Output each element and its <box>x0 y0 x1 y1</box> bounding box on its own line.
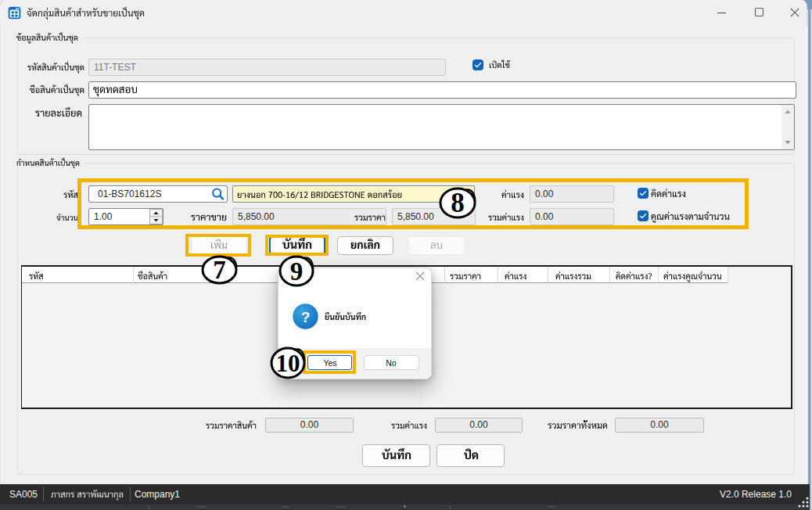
svg-text:9: 9 <box>290 257 304 285</box>
svg-text:8: 8 <box>451 188 465 218</box>
svg-text:7: 7 <box>213 256 226 284</box>
svg-text:?: ? <box>301 309 311 325</box>
svg-text:10: 10 <box>276 350 300 377</box>
